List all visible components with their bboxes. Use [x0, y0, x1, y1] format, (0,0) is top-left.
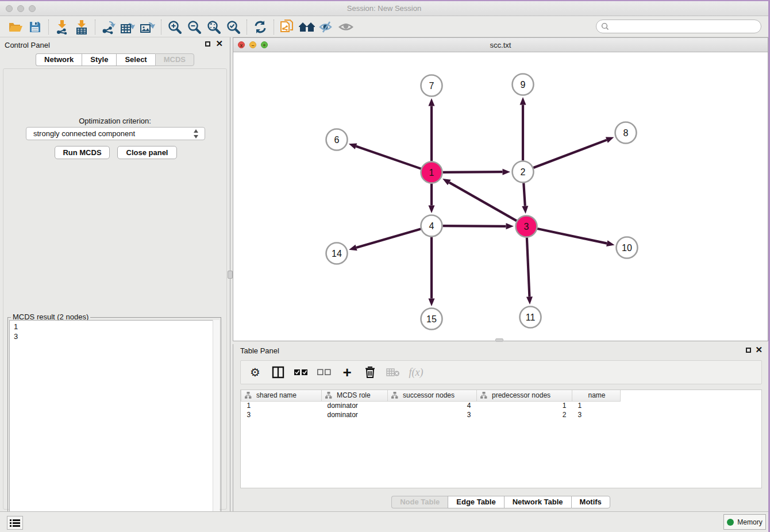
- search-input[interactable]: [612, 22, 761, 30]
- import-network-icon[interactable]: [52, 18, 72, 36]
- log-console-button[interactable]: [7, 516, 23, 530]
- zoom-out-icon[interactable]: [184, 18, 204, 36]
- column-header[interactable]: name: [572, 390, 621, 401]
- gear-icon[interactable]: ⚙: [248, 365, 263, 380]
- table-cell[interactable]: 3: [241, 410, 322, 419]
- column-header[interactable]: predecessor nodes: [477, 390, 572, 401]
- tab-edge-table[interactable]: Edge Table: [448, 496, 503, 508]
- title-bar: Session: New Session: [0, 1, 768, 16]
- mcds-result-text[interactable]: 1 3: [9, 320, 220, 532]
- node-table: shared nameMCDS rolesuccessor nodesprede…: [240, 390, 762, 488]
- zoom-in-icon[interactable]: [165, 18, 184, 36]
- tree-hierarchy-icon: [480, 392, 487, 399]
- table-cell[interactable]: 4: [388, 401, 477, 410]
- tab-node-table[interactable]: Node Table: [391, 496, 448, 508]
- table-cell[interactable]: 1: [477, 401, 572, 410]
- graph-node-3[interactable]: 3: [516, 216, 537, 237]
- refresh-icon[interactable]: [251, 18, 270, 36]
- criterion-dropdown[interactable]: strongly connected component: [26, 127, 205, 140]
- open-session-icon[interactable]: [6, 18, 25, 36]
- graph-edge-3-10[interactable]: [537, 229, 607, 244]
- graph-node-11[interactable]: 11: [520, 307, 541, 328]
- network-canvas[interactable]: 7968124314101511: [233, 53, 768, 341]
- svg-text:15: 15: [426, 314, 437, 324]
- graph-node-6[interactable]: 6: [326, 129, 348, 151]
- delete-row-icon[interactable]: [363, 365, 378, 380]
- graph-node-9[interactable]: 9: [513, 74, 534, 95]
- svg-text:7: 7: [429, 81, 434, 91]
- export-table-icon[interactable]: [118, 18, 138, 36]
- hide-panel-icon[interactable]: [317, 18, 336, 36]
- svg-text:11: 11: [526, 313, 536, 322]
- graph-edge-3-11[interactable]: [527, 237, 530, 296]
- table-cell[interactable]: dominator: [322, 401, 388, 410]
- table-panel-title: Table Panel: [240, 346, 279, 355]
- close-icon[interactable]: ✕: [215, 40, 223, 47]
- delete-column-icon[interactable]: [386, 365, 401, 380]
- float-icon[interactable]: [205, 41, 210, 47]
- select-all-icon[interactable]: [294, 365, 309, 380]
- function-builder-icon[interactable]: f(x): [409, 365, 424, 380]
- toolbar-separator: [48, 20, 49, 34]
- graph-node-14[interactable]: 14: [326, 243, 348, 264]
- export-image-icon[interactable]: [138, 18, 157, 36]
- tab-motifs[interactable]: Motifs: [571, 496, 610, 508]
- tab-mcds[interactable]: MCDS: [155, 53, 194, 66]
- graph-edge-2-8[interactable]: [533, 140, 607, 168]
- column-header[interactable]: shared name: [241, 390, 322, 401]
- table-float-icon[interactable]: [746, 348, 751, 353]
- graph-node-4[interactable]: 4: [421, 215, 442, 237]
- graph-node-7[interactable]: 7: [421, 75, 442, 97]
- column-header[interactable]: MCDS role: [322, 390, 388, 401]
- window-title: Session: New Session: [0, 4, 768, 13]
- tab-network-table[interactable]: Network Table: [504, 496, 571, 508]
- horizontal-splitter-handle[interactable]: [495, 338, 503, 342]
- table-row[interactable]: 1dominator411: [241, 401, 759, 410]
- table-cell[interactable]: 1: [241, 401, 322, 410]
- memory-button[interactable]: Memory: [723, 514, 766, 530]
- control-panel-title: Control Panel: [5, 41, 50, 49]
- home-icon[interactable]: [297, 18, 317, 36]
- graph-node-10[interactable]: 10: [617, 237, 638, 259]
- graph-node-2[interactable]: 2: [513, 161, 534, 183]
- svg-text:14: 14: [332, 249, 342, 259]
- table-cell[interactable]: dominator: [322, 410, 388, 419]
- graph-edge-4-14[interactable]: [356, 229, 421, 248]
- run-mcds-button[interactable]: Run MCDS: [55, 146, 110, 159]
- tab-select[interactable]: Select: [116, 53, 155, 66]
- show-panel-icon[interactable]: [336, 18, 356, 36]
- graph-node-8[interactable]: 8: [615, 122, 637, 144]
- table-row[interactable]: 3dominator323: [241, 410, 759, 419]
- split-panel-icon[interactable]: [271, 365, 286, 380]
- import-table-icon[interactable]: [72, 18, 91, 36]
- memory-label: Memory: [737, 518, 762, 526]
- search-box[interactable]: [596, 20, 761, 33]
- table-close-icon[interactable]: ✕: [755, 346, 763, 353]
- graph-edge-2-3[interactable]: [523, 183, 525, 206]
- zoom-selected-icon[interactable]: [224, 18, 243, 36]
- tab-style[interactable]: Style: [82, 53, 116, 66]
- graph-edge-1-6[interactable]: [356, 147, 421, 169]
- table-cell[interactable]: 2: [477, 410, 572, 419]
- deselect-all-icon[interactable]: [317, 365, 332, 380]
- table-cell[interactable]: 1: [572, 401, 621, 410]
- copy-network-icon[interactable]: [278, 18, 297, 36]
- new-network-icon[interactable]: [99, 18, 118, 36]
- column-header[interactable]: successor nodes: [388, 390, 477, 401]
- add-row-icon[interactable]: +: [340, 365, 355, 380]
- table-cell[interactable]: 3: [572, 410, 621, 419]
- graph-node-1[interactable]: 1: [421, 162, 442, 183]
- tab-network[interactable]: Network: [36, 53, 82, 66]
- vertical-splitter-handle[interactable]: [228, 271, 233, 279]
- close-panel-button[interactable]: Close panel: [117, 146, 177, 159]
- zoom-fit-icon[interactable]: [204, 18, 224, 36]
- tree-hierarchy-icon: [391, 392, 398, 399]
- result-scrollbar[interactable]: [213, 320, 220, 532]
- graph-edge-3-1[interactable]: [449, 183, 517, 221]
- graph-edge-1-2[interactable]: [442, 172, 502, 172]
- table-cell[interactable]: 3: [388, 410, 477, 419]
- graph-node-15[interactable]: 15: [421, 309, 442, 330]
- graph-edge-4-3[interactable]: [442, 226, 506, 226]
- save-session-icon[interactable]: [25, 18, 45, 36]
- network-window-titlebar: x – + scc.txt: [233, 38, 768, 52]
